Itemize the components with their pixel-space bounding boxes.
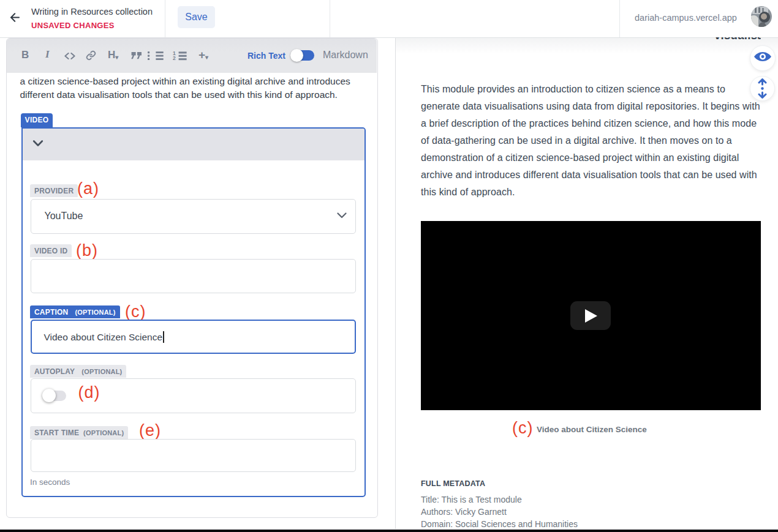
svg-text:2: 2 bbox=[173, 55, 176, 60]
